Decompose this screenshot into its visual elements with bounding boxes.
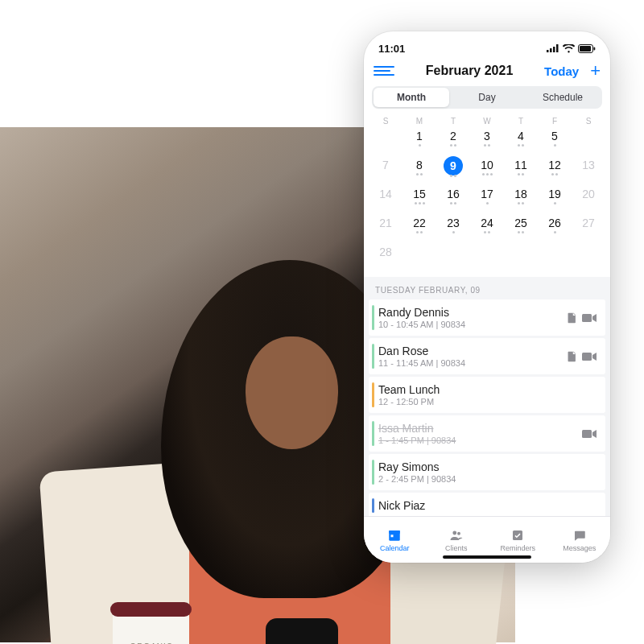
clients-icon	[449, 528, 464, 543]
home-indicator[interactable]	[443, 555, 531, 559]
battery-icon	[578, 44, 596, 53]
appointment-list: TUESDAY FEBRUARY, 09 Randy Dennis10 - 10…	[364, 277, 610, 516]
calendar-day-number: 4	[518, 127, 524, 145]
calendar-day[interactable]: 26	[538, 214, 572, 242]
tab-label: Reminders	[500, 544, 535, 552]
svg-rect-13	[582, 430, 592, 438]
appointment-item[interactable]: Dan Rose11 - 11:45 AM | 90834	[369, 338, 605, 374]
calendar-day[interactable]: 1	[402, 127, 436, 155]
weekday-label: S	[572, 115, 605, 127]
event-dots	[551, 173, 558, 175]
calendar-day[interactable]: 7	[369, 156, 402, 184]
calendar-day-number: 13	[582, 156, 595, 174]
video-icon	[581, 351, 597, 362]
calendar-day-number: 3	[484, 127, 490, 145]
calendar-day[interactable]: 4	[504, 127, 538, 155]
weekday-row: SMTWTFS	[364, 115, 610, 127]
appointment-time: 10 - 10:45 AM | 90834	[378, 320, 567, 329]
calendar-day[interactable]: 11	[504, 156, 538, 184]
calendar-day[interactable]: 10	[470, 156, 504, 184]
segment-month[interactable]: Month	[374, 88, 449, 107]
calendar-day[interactable]: 18	[504, 185, 538, 213]
appointment-item[interactable]: Nick Piaz	[369, 493, 605, 516]
event-dots	[486, 202, 489, 204]
calendar-day[interactable]: 15	[402, 185, 436, 213]
appointment-color-bar	[372, 460, 374, 485]
messages-icon	[572, 528, 587, 543]
event-dots	[484, 231, 490, 233]
calendar-day[interactable]: 5	[538, 127, 572, 155]
event-dots	[518, 202, 524, 204]
phone-frame: 11:01 February 2021 Today + Month Day Sc…	[364, 31, 610, 563]
appointment-item[interactable]: Randy Dennis10 - 10:45 AM | 90834	[369, 299, 605, 336]
calendar-day[interactable]: 21	[369, 214, 402, 242]
event-dots	[518, 173, 524, 175]
calendar-day[interactable]: 2	[436, 127, 470, 155]
appointment-color-bar	[372, 382, 374, 407]
appointment-name: Ray Simons	[378, 460, 597, 473]
calendar-day-number: 16	[447, 185, 460, 203]
segment-day[interactable]: Day	[449, 88, 525, 107]
appointment-item[interactable]: Ray Simons2 - 2:45 PM | 90834	[369, 454, 605, 490]
event-dots	[416, 173, 423, 175]
weekday-label: F	[538, 115, 572, 127]
calendar-day[interactable]: 23	[436, 214, 470, 242]
svg-rect-10	[569, 356, 573, 357]
calendar-day-number: 28	[379, 243, 392, 261]
calendar-day[interactable]: 20	[572, 185, 605, 213]
calendar-day-number: 27	[582, 214, 595, 232]
video-icon	[581, 312, 597, 324]
calendar-day[interactable]: 27	[572, 214, 605, 242]
calendar-day-number: 22	[413, 214, 426, 232]
calendar-day[interactable]: 24	[470, 214, 504, 242]
page-title: February 2021	[401, 64, 538, 78]
calendar-day-number: 2	[450, 127, 456, 145]
appointment-actions	[581, 428, 597, 440]
calendar-day-number: 11	[514, 156, 527, 174]
svg-point-17	[452, 530, 456, 535]
calendar-day[interactable]: 14	[369, 185, 402, 213]
appointment-item[interactable]: Issa Martin1 - 1:45 PM | 90834	[369, 415, 605, 452]
appointment-name: Team Lunch	[378, 383, 597, 396]
calendar-day-number: 14	[379, 185, 392, 203]
appointment-item[interactable]: Team Lunch12 - 12:50 PM	[369, 377, 605, 413]
appointment-name: Nick Piaz	[378, 499, 597, 512]
calendar-day[interactable]: 19	[538, 185, 572, 213]
tab-messages[interactable]: Messages	[549, 517, 611, 563]
calendar-day[interactable]: 17	[470, 185, 504, 213]
calendar-day	[504, 243, 538, 270]
calendar-day-number: 15	[413, 185, 426, 203]
calendar-day-number: 17	[481, 185, 493, 203]
calendar-day[interactable]: 22	[402, 214, 436, 242]
calendar-day[interactable]: 8	[402, 156, 436, 184]
svg-rect-1	[550, 48, 552, 52]
top-bar: February 2021 Today +	[364, 59, 610, 83]
calendar-day[interactable]: 12	[538, 156, 572, 184]
calendar-day	[470, 243, 504, 270]
svg-rect-16	[391, 535, 394, 537]
status-bar: 11:01	[364, 31, 610, 59]
calendar-day-number: 23	[447, 214, 460, 232]
segment-schedule[interactable]: Schedule	[525, 88, 601, 107]
appointment-time: 2 - 2:45 PM | 90834	[378, 474, 597, 484]
weekday-label: T	[436, 115, 470, 127]
today-button[interactable]: Today	[544, 64, 579, 78]
event-dots	[450, 175, 456, 177]
wifi-icon	[563, 44, 575, 53]
calendar-day[interactable]: 9	[436, 156, 470, 184]
calendar-day-number: 5	[551, 127, 558, 145]
svg-rect-15	[390, 530, 401, 534]
add-button[interactable]: +	[590, 64, 601, 78]
calendar-day[interactable]: 16	[436, 185, 470, 213]
svg-rect-19	[513, 530, 522, 540]
calendar-day[interactable]: 13	[572, 156, 605, 184]
calendar-day[interactable]: 25	[504, 214, 538, 242]
event-dots	[518, 231, 524, 233]
menu-icon[interactable]	[374, 66, 394, 76]
calendar-day[interactable]: 28	[369, 243, 402, 270]
weekday-label: S	[369, 115, 402, 127]
svg-rect-5	[580, 46, 591, 52]
svg-rect-2	[553, 47, 555, 52]
calendar-day[interactable]: 3	[470, 127, 504, 155]
cellular-icon	[547, 44, 559, 52]
